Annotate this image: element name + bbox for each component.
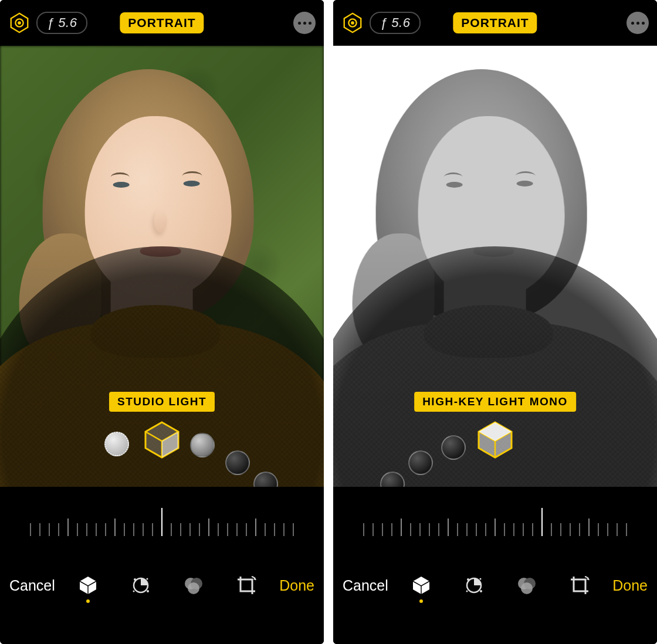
- svg-point-10: [147, 578, 148, 580]
- aperture-button[interactable]: ƒ 5.6: [36, 12, 87, 34]
- adjust-tool-icon[interactable]: [128, 569, 154, 602]
- mode-badge[interactable]: PORTRAIT: [120, 12, 204, 33]
- slider-ticks: [30, 508, 294, 536]
- effect-label: STUDIO LIGHT: [109, 392, 215, 412]
- svg-point-9: [134, 578, 136, 581]
- portrait-hex-icon[interactable]: [341, 12, 364, 34]
- top-bar: ƒ 5.6 PORTRAIT: [333, 0, 657, 46]
- adjust-tool-icon[interactable]: [461, 569, 487, 602]
- mode-badge[interactable]: PORTRAIT: [453, 12, 537, 33]
- aperture-button[interactable]: ƒ 5.6: [370, 12, 421, 34]
- portrait-hex-icon[interactable]: [8, 12, 31, 34]
- top-bar: ƒ 5.6 PORTRAIT: [0, 0, 324, 46]
- filters-tool-icon[interactable]: [181, 569, 206, 602]
- slider-indicator: [541, 508, 543, 536]
- lighting-option[interactable]: [225, 450, 250, 475]
- svg-point-27: [480, 578, 482, 580]
- svg-point-2: [18, 21, 21, 25]
- more-button[interactable]: [293, 12, 316, 34]
- lighting-option[interactable]: [408, 450, 433, 475]
- more-button[interactable]: [626, 12, 649, 34]
- crop-tool-icon[interactable]: [233, 569, 259, 602]
- svg-point-32: [521, 582, 533, 594]
- intensity-slider[interactable]: [0, 487, 324, 557]
- svg-point-19: [351, 21, 354, 25]
- lighting-option[interactable]: [190, 433, 215, 457]
- crop-tool-icon[interactable]: [567, 569, 592, 602]
- svg-point-26: [467, 578, 469, 581]
- svg-point-29: [480, 590, 482, 592]
- done-button[interactable]: Done: [612, 577, 648, 594]
- svg-point-28: [466, 591, 468, 592]
- slider-ticks: [363, 508, 627, 536]
- portrait-tool-icon[interactable]: [408, 569, 434, 602]
- svg-point-15: [188, 582, 199, 594]
- lighting-option[interactable]: [104, 432, 129, 456]
- controls-area: Cancel Done: [0, 487, 324, 644]
- controls-area: Cancel Done: [333, 487, 657, 644]
- bottom-toolbar: Cancel Done: [333, 557, 657, 614]
- intensity-slider[interactable]: [333, 487, 657, 557]
- screen-right: ƒ 5.6 PORTRAIT HIGH-KEY LIGHT MONO: [333, 0, 657, 644]
- svg-point-11: [133, 591, 135, 592]
- bottom-toolbar: Cancel Done: [0, 557, 324, 614]
- slider-indicator: [161, 508, 162, 536]
- screen-left: ƒ 5.6 PORTRAIT STUDIO LIGHT: [0, 0, 324, 644]
- filters-tool-icon[interactable]: [514, 569, 540, 602]
- photo-preview: STUDIO LIGHT: [0, 46, 324, 487]
- cancel-button[interactable]: Cancel: [9, 577, 55, 594]
- done-button[interactable]: Done: [279, 577, 314, 594]
- svg-point-12: [147, 590, 149, 592]
- photo-preview: HIGH-KEY LIGHT MONO: [333, 46, 657, 487]
- cancel-button[interactable]: Cancel: [343, 577, 388, 594]
- effect-label: HIGH-KEY LIGHT MONO: [414, 392, 576, 412]
- portrait-tool-icon[interactable]: [75, 569, 101, 602]
- lighting-option[interactable]: [441, 435, 466, 460]
